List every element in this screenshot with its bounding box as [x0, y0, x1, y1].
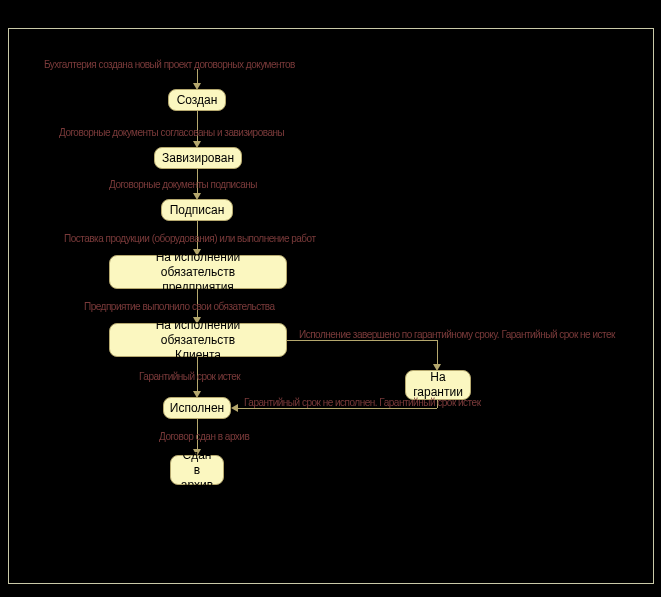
state-node-warranty: На гарантии — [405, 370, 471, 400]
state-node-signed: Подписан — [161, 199, 233, 221]
state-node-executed: Исполнен — [163, 397, 231, 419]
state-node-archived: Сдан в архив — [170, 455, 224, 485]
connector — [287, 340, 437, 341]
state-node-exec-enterprise: На исполнении обязательств предприятия — [109, 255, 287, 289]
arrow-left-icon — [231, 404, 238, 412]
edge-label: Договорные документы подписаны — [109, 179, 257, 190]
edge-label: Исполнение завершено по гарантийному сро… — [299, 329, 615, 340]
state-node-exec-client: На исполнении обязательств Клиента — [109, 323, 287, 357]
edge-label: Гарантийный срок не исполнен. Гарантийны… — [244, 397, 481, 408]
connector — [197, 69, 198, 83]
edge-label: Поставка продукции (оборудования) или вы… — [64, 233, 316, 244]
connector — [437, 340, 438, 364]
edge-label: Предприятие выполнило свои обязательства — [84, 301, 275, 312]
diagram-frame: Бухгалтерия создана новый проект договор… — [8, 28, 654, 584]
edge-label: Гарантийный срок истек — [139, 371, 240, 382]
connector — [238, 408, 437, 409]
state-node-created: Создан — [168, 89, 226, 111]
edge-label: Договорные документы согласованы и завиз… — [59, 127, 284, 138]
state-node-approved: Завизирован — [154, 147, 242, 169]
edge-label: Договор сдан в архив — [159, 431, 249, 442]
edge-label: Бухгалтерия создана новый проект договор… — [44, 59, 295, 70]
